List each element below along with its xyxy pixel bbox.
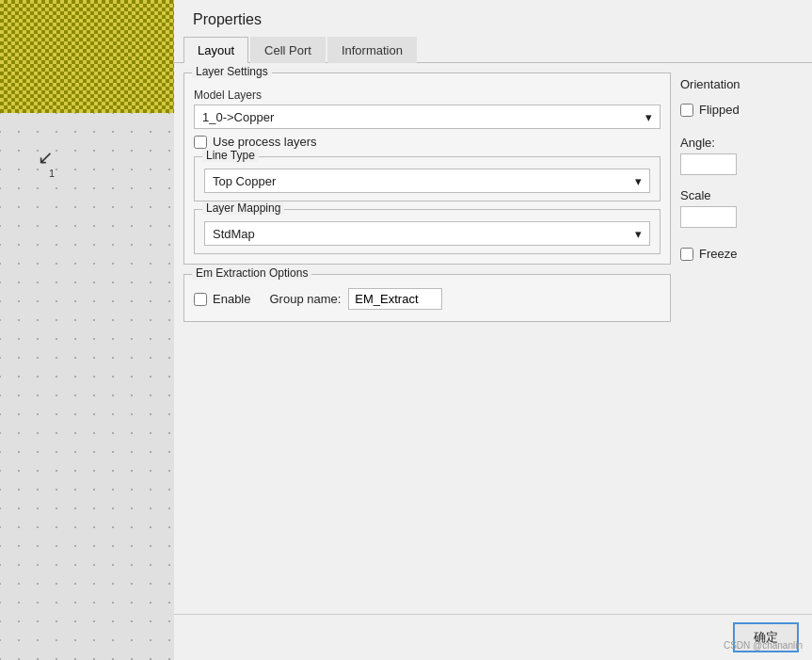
flipped-checkbox[interactable]	[680, 104, 693, 117]
em-enable-label[interactable]: Enable	[213, 292, 250, 306]
confirm-button[interactable]: 确定	[733, 622, 799, 652]
orientation-section: Orientation Flipped	[680, 77, 803, 122]
scale-label: Scale	[680, 188, 803, 202]
model-layers-value: 1_0->Copper	[202, 110, 274, 124]
line-type-dropdown[interactable]: Top Copper ▾	[204, 169, 650, 193]
line-type-legend: Line Type	[202, 149, 259, 162]
use-process-layers-checkbox[interactable]	[194, 136, 207, 149]
group-name-row: Group name:	[269, 288, 442, 310]
canvas-arrow-indicator: ↙	[38, 146, 54, 169]
flipped-row: Flipped	[680, 103, 803, 117]
properties-panel: Properties Layout Cell Port Information …	[174, 0, 812, 660]
canvas-green-pattern	[0, 0, 174, 113]
freeze-row: Freeze	[680, 247, 803, 261]
em-enable-checkbox[interactable]	[194, 293, 207, 306]
group-name-label: Group name:	[269, 292, 341, 306]
angle-section: Angle:	[680, 136, 803, 175]
tab-layout[interactable]: Layout	[183, 37, 248, 63]
scale-section: Scale	[680, 188, 803, 228]
flipped-label[interactable]: Flipped	[699, 103, 740, 117]
freeze-label[interactable]: Freeze	[699, 247, 737, 261]
canvas-cell-number: 1	[49, 168, 55, 179]
layer-mapping-legend: Layer Mapping	[202, 201, 284, 215]
model-layers-dropdown[interactable]: 1_0->Copper ▾	[194, 105, 661, 129]
main-form: Layer Settings Model Layers 1_0->Copper …	[183, 72, 671, 604]
model-layers-label: Model Layers	[194, 89, 661, 102]
layer-settings-legend: Layer Settings	[192, 65, 272, 78]
em-extraction-group: Em Extraction Options Enable Group name:	[183, 274, 671, 322]
line-type-arrow-icon: ▾	[635, 174, 642, 188]
angle-input[interactable]	[680, 153, 737, 175]
em-extraction-legend: Em Extraction Options	[192, 266, 311, 280]
panel-title: Properties	[174, 0, 812, 36]
model-layers-wrapper: Model Layers 1_0->Copper ▾	[194, 89, 661, 129]
model-layers-arrow-icon: ▾	[645, 110, 652, 124]
orientation-label: Orientation	[680, 77, 803, 91]
use-process-layers-row: Use process layers	[194, 135, 661, 149]
scale-input[interactable]	[680, 206, 737, 228]
right-panel: Orientation Flipped Angle: Scale Freeze	[680, 72, 803, 604]
tab-information[interactable]: Information	[327, 37, 417, 63]
group-name-input[interactable]	[348, 288, 442, 310]
layer-mapping-arrow-icon: ▾	[635, 227, 642, 241]
layer-mapping-dropdown[interactable]: StdMap ▾	[204, 221, 650, 246]
em-enable-row: Enable	[194, 292, 250, 306]
angle-label: Angle:	[680, 136, 803, 150]
use-process-layers-label[interactable]: Use process layers	[213, 135, 317, 149]
layer-settings-group: Layer Settings Model Layers 1_0->Copper …	[183, 72, 671, 265]
tabs-bar: Layout Cell Port Information	[174, 36, 812, 63]
line-type-value: Top Copper	[213, 174, 276, 188]
line-type-wrapper: Line Type Top Copper ▾	[194, 156, 661, 201]
layer-mapping-value: StdMap	[213, 227, 255, 241]
canvas-area: ↙ 1	[0, 0, 174, 660]
canvas-dot-grid	[0, 113, 174, 660]
freeze-checkbox[interactable]	[680, 248, 693, 261]
layer-mapping-wrapper: Layer Mapping StdMap ▾	[194, 209, 661, 254]
content-area: Layer Settings Model Layers 1_0->Copper …	[174, 63, 812, 614]
tab-cellport[interactable]: Cell Port	[250, 37, 326, 63]
bottom-bar: 确定	[174, 614, 812, 660]
